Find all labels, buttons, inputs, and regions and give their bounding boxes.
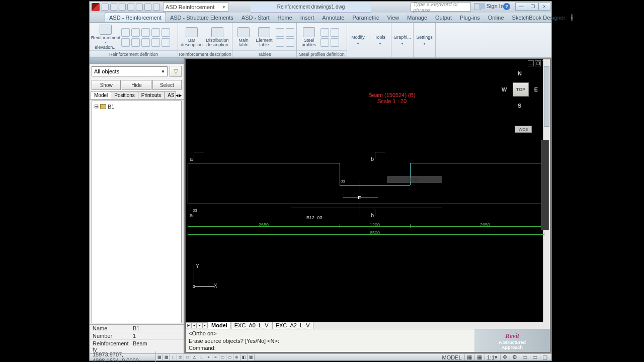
tree-item-b1[interactable]: ⊟ B1 <box>94 103 179 110</box>
prop-value[interactable]: B1 <box>133 325 139 331</box>
tb-icon-1[interactable] <box>276 28 284 37</box>
tab-home[interactable]: Home <box>274 13 296 22</box>
filter-combo[interactable]: All objects ▼ <box>92 66 168 76</box>
tab-output[interactable]: Output <box>431 13 456 22</box>
search-input[interactable]: Type a keyword or phrase <box>411 3 471 12</box>
redo-icon[interactable] <box>153 4 160 11</box>
wcs-badge[interactable]: WCS <box>515 126 532 133</box>
qp-toggle[interactable]: ▭ <box>226 354 233 360</box>
sp-icon-2[interactable] <box>331 28 339 37</box>
tab-manage[interactable]: Manage <box>403 13 431 22</box>
element-table-button[interactable]: Element table <box>254 24 274 50</box>
tb-icon-2[interactable] <box>286 28 294 37</box>
otrack-toggle[interactable]: ∠ <box>191 354 198 360</box>
tab-sketchbook[interactable]: SketchBook Designer <box>508 13 570 22</box>
side-tab-as[interactable]: AS <box>164 91 176 99</box>
clean-screen-toggle[interactable]: ▢ <box>540 354 549 360</box>
rd-icon-10[interactable] <box>162 38 170 47</box>
panel-graphics[interactable]: Graphi...▼ <box>391 23 414 57</box>
side-tab-printouts[interactable]: Printouts <box>138 91 165 99</box>
print-icon[interactable] <box>136 4 143 11</box>
snap-toggle[interactable]: ▦ <box>156 354 163 360</box>
tab-asd-structure-elements[interactable]: ASD - Structure Elements <box>166 13 237 22</box>
layout-tab-1[interactable]: EXC_A0_L_V <box>231 322 272 329</box>
viewcube-face[interactable]: TOP <box>513 82 529 97</box>
tb-icon-4[interactable] <box>286 38 294 47</box>
tpy-toggle[interactable]: ▭ <box>219 354 226 360</box>
drawing-area[interactable]: Beam (150524) (B) Scale 1 : 20 a b <box>186 59 550 322</box>
close-button[interactable]: × <box>538 3 550 11</box>
sr-icon-6[interactable]: ▭ <box>530 354 539 360</box>
side-tab-model[interactable]: Model <box>91 91 111 99</box>
rd-icon-4[interactable] <box>151 28 160 37</box>
ducs-toggle[interactable]: L <box>198 354 205 360</box>
viewcube-west[interactable]: W <box>502 86 507 93</box>
modelspace-toggle[interactable]: MODEL <box>440 354 464 360</box>
panel-settings[interactable]: Settings▼ <box>414 23 436 57</box>
reinforcement-elevation-button[interactable]: Reinforcement - elevation... <box>92 24 120 50</box>
tab-view[interactable]: View <box>383 13 404 22</box>
ortho-toggle[interactable]: ∟ <box>170 354 177 360</box>
rd-icon-5[interactable] <box>162 28 170 37</box>
tab-insert[interactable]: Insert <box>296 13 318 22</box>
side-panel-titlebar[interactable] <box>90 58 184 64</box>
help-icon[interactable]: ? <box>503 3 510 10</box>
object-tree[interactable]: ⊟ B1 <box>92 101 182 323</box>
tab-asd-reinforcement[interactable]: ASD - Reinforcement <box>105 13 166 22</box>
viewcube-north[interactable]: N <box>518 70 522 76</box>
cmd-input[interactable] <box>216 345 471 351</box>
am-toggle[interactable]: ◧ <box>240 354 248 360</box>
dyn-toggle[interactable]: + <box>205 354 212 360</box>
sr-icon-5[interactable]: ▭ <box>520 354 529 360</box>
tb-icon-3[interactable] <box>276 38 284 47</box>
layout-tab-2[interactable]: EXC_A2_L_V <box>272 322 313 329</box>
filter-icon[interactable]: ▽ <box>170 66 182 77</box>
command-text[interactable]: <Ortho on> Erase source objects? [Yes/No… <box>186 329 474 352</box>
select-button[interactable]: Select <box>152 80 182 90</box>
tab-asd-start[interactable]: ASD - Start <box>237 13 274 22</box>
bar-description-button[interactable]: Bar description <box>180 24 203 50</box>
annotation-scale[interactable]: 1:1 ▾ <box>485 354 500 360</box>
tab-scroll-left-icon[interactable]: ◂ <box>176 91 179 99</box>
tab-online[interactable]: Online <box>484 13 508 22</box>
sp-icon-1[interactable] <box>320 28 329 37</box>
panel-tools[interactable]: Tools▼ <box>369 23 391 57</box>
polar-toggle[interactable]: ◎ <box>177 354 184 360</box>
saveas-icon[interactable] <box>127 4 134 11</box>
grid-toggle[interactable]: ▦ <box>163 354 170 360</box>
sr-icon-1[interactable]: ▦ <box>464 354 474 360</box>
layout-nav-first-icon[interactable]: |◂ <box>186 322 191 328</box>
layout-nav-prev-icon[interactable]: ◂ <box>191 322 197 328</box>
save-icon[interactable] <box>119 4 126 11</box>
revit-ad[interactable]: Revit A Structured Approach <box>474 329 550 352</box>
viewcube-east[interactable]: E <box>534 86 538 93</box>
prop-value[interactable]: 1 <box>133 333 136 339</box>
rd-icon-3[interactable] <box>141 28 150 37</box>
steel-profiles-button[interactable]: Steel profiles <box>299 24 319 50</box>
undo-icon[interactable] <box>144 4 151 11</box>
coordinates-display[interactable]: 15973.9707, 4998.1624, 0.0000 <box>90 351 156 363</box>
sr-icon-3[interactable]: ✥ <box>500 354 509 360</box>
drawing-window[interactable]: — ❐ × Beam (150524) (B) Scale 1 : 20 a b <box>185 59 550 352</box>
main-table-button[interactable]: Main table <box>234 24 253 50</box>
rd-icon-1[interactable] <box>121 28 130 37</box>
rd-icon-8[interactable] <box>141 38 150 47</box>
distribution-description-button[interactable]: Distribution description <box>205 24 230 50</box>
tab-parametric[interactable]: Parametric <box>348 13 383 22</box>
tab-overflow-icon[interactable]: ▪ <box>571 14 573 21</box>
layer-combo[interactable]: ASD Reinforcement ▼ <box>163 3 228 12</box>
layout-tab-model[interactable]: Model <box>208 322 231 329</box>
show-button[interactable]: Show <box>92 80 121 90</box>
prop-value[interactable]: Beam <box>133 340 147 352</box>
tab-scroll-right-icon[interactable]: ▸ <box>179 91 183 99</box>
tab-plugins[interactable]: Plug-ins <box>456 13 484 22</box>
sp-icon-4[interactable] <box>331 38 339 47</box>
ucs-icon[interactable]: Y X <box>190 263 215 289</box>
tab-annotate[interactable]: Annotate <box>318 13 348 22</box>
layout-nav-last-icon[interactable]: ▸| <box>202 322 208 328</box>
sr-icon-4[interactable]: ⚙ <box>510 354 519 360</box>
tree-collapse-icon[interactable]: ⊟ <box>94 103 99 110</box>
hide-button[interactable]: Hide <box>122 80 151 90</box>
rd-icon-2[interactable] <box>131 28 140 37</box>
lwt-toggle[interactable]: ≡ <box>212 354 219 360</box>
